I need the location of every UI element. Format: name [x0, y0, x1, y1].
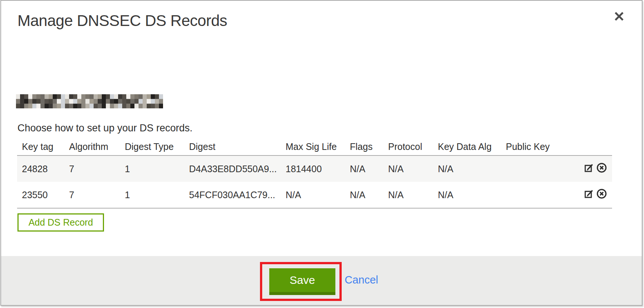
cell-algorithm: 7	[69, 164, 125, 174]
cell-digest-type: 1	[125, 190, 189, 200]
edit-icon	[584, 162, 595, 176]
close-icon	[614, 11, 625, 23]
redacted-domain-name	[16, 94, 163, 108]
ds-records-table: Key tag Algorithm Digest Type Digest Max…	[17, 138, 612, 209]
close-button[interactable]	[612, 10, 627, 24]
col-header-digest: Digest	[189, 141, 286, 152]
col-header-protocol: Protocol	[388, 141, 438, 152]
cell-digest: 54FCF030AA1C79...	[189, 190, 286, 200]
col-header-flags: Flags	[350, 141, 388, 152]
remove-circle-icon	[596, 162, 607, 176]
ds-record-row: 24828 7 1 D4A33E8DD550A9... 1814400 N/A …	[17, 156, 612, 182]
manage-dnssec-dialog: Manage DNSSEC DS Records Choose how to s…	[0, 0, 643, 306]
col-header-digest-type: Digest Type	[125, 141, 189, 152]
edit-record-button[interactable]	[583, 189, 595, 201]
cancel-link[interactable]: Cancel	[345, 274, 378, 286]
cell-digest-type: 1	[125, 164, 189, 174]
delete-record-button[interactable]	[596, 163, 608, 175]
col-header-key-tag: Key tag	[22, 141, 69, 152]
cell-protocol: N/A	[388, 164, 438, 174]
edit-record-button[interactable]	[583, 163, 595, 175]
red-annotation-highlight: Save	[260, 262, 342, 301]
edit-icon	[584, 188, 595, 201]
remove-circle-icon	[596, 188, 607, 201]
intro-text: Choose how to set up your DS records.	[17, 122, 192, 134]
save-button[interactable]: Save	[269, 268, 335, 295]
col-header-public-key: Public Key	[506, 141, 574, 152]
cell-algorithm: 7	[69, 190, 125, 200]
dialog-title: Manage DNSSEC DS Records	[17, 12, 227, 30]
cell-protocol: N/A	[388, 190, 438, 200]
add-ds-record-button[interactable]: Add DS Record	[17, 213, 104, 232]
delete-record-button[interactable]	[596, 189, 608, 201]
table-header-row: Key tag Algorithm Digest Type Digest Max…	[17, 138, 612, 155]
col-header-algorithm: Algorithm	[69, 141, 125, 152]
cell-key-tag: 24828	[22, 164, 69, 174]
cell-key-tag: 23550	[22, 190, 69, 200]
cell-key-data-alg: N/A	[438, 190, 506, 200]
cell-flags: N/A	[350, 190, 388, 200]
cell-max-sig-life: N/A	[286, 190, 350, 200]
cell-max-sig-life: 1814400	[286, 164, 350, 174]
ds-record-row: 23550 7 1 54FCF030AA1C79... N/A N/A N/A …	[17, 182, 612, 208]
col-header-key-data-alg: Key Data Alg	[438, 141, 506, 152]
dialog-footer: Save Cancel	[1, 256, 642, 305]
cell-flags: N/A	[350, 164, 388, 174]
cell-digest: D4A33E8DD550A9...	[189, 164, 286, 174]
cell-key-data-alg: N/A	[438, 164, 506, 174]
col-header-max-sig-life: Max Sig Life	[286, 141, 350, 152]
